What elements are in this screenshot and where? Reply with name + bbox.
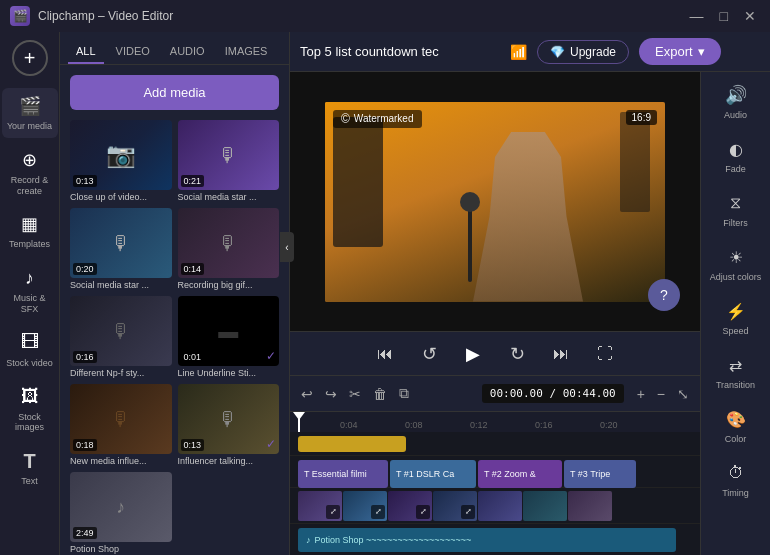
- timeline-ruler: 0:04 0:08 0:12 0:16 0:20: [290, 412, 700, 432]
- sidebar-item-stock-video[interactable]: 🎞 Stock video: [2, 325, 58, 375]
- sidebar-item-your-media[interactable]: 🎬 Your media: [2, 88, 58, 138]
- sidebar-item-music-sfx[interactable]: ♪ Music & SFX: [2, 260, 58, 321]
- media-check-8: ✓: [266, 437, 276, 451]
- expand-icon-1: ⤢: [326, 505, 340, 519]
- media-name-5: Different Np-f sty...: [70, 368, 172, 378]
- tool-color[interactable]: 🎨 Color: [704, 400, 768, 452]
- add-button[interactable]: +: [12, 40, 48, 76]
- media-name-7: New media influe...: [70, 456, 172, 466]
- sidebar-item-record-create[interactable]: ⊕ Record & create: [2, 142, 58, 203]
- titlebar: 🎬 Clipchamp – Video Editor — □ ✕: [0, 0, 770, 32]
- cut-button[interactable]: ✂: [346, 383, 364, 405]
- project-title-input[interactable]: [300, 44, 500, 59]
- sidebar-item-text[interactable]: T Text: [2, 443, 58, 493]
- tool-fade[interactable]: ◐ Fade: [704, 130, 768, 182]
- text-clip-1[interactable]: T Essential filmi: [298, 460, 388, 488]
- time-total: 00:44.00: [563, 387, 616, 400]
- media-item-7[interactable]: 🎙 0:18 New media influe...: [70, 384, 172, 466]
- tool-audio[interactable]: 🔊 Audio: [704, 76, 768, 128]
- video-thumb-strip-2[interactable]: ⤢: [343, 491, 387, 521]
- skip-button[interactable]: ⏭: [547, 340, 575, 368]
- audio-track-row: ♪ Potion Shop ~~~~~~~~~~~~~~~~~~~~: [290, 524, 700, 555]
- forward5-button[interactable]: ↻: [503, 340, 531, 368]
- tab-images[interactable]: IMAGES: [217, 40, 276, 64]
- music-sfx-icon: ♪: [18, 266, 42, 290]
- collapse-panel-button[interactable]: ‹: [290, 232, 294, 262]
- zoom-in-button[interactable]: +: [634, 383, 648, 405]
- media-name-8: Influencer talking...: [178, 456, 280, 466]
- back5-button[interactable]: ↺: [415, 340, 443, 368]
- media-panel: ALL VIDEO AUDIO IMAGES Add media 📷 0:13 …: [60, 32, 290, 555]
- video-thumb-strip-3[interactable]: ⤢: [388, 491, 432, 521]
- close-button[interactable]: ✕: [740, 8, 760, 24]
- titlebar-controls[interactable]: — □ ✕: [686, 8, 760, 24]
- media-thumb-5: 🎙 0:16: [70, 296, 172, 366]
- fit-button[interactable]: ⤡: [674, 383, 692, 405]
- media-item-2[interactable]: 🎙 0:21 Social media star ...: [178, 120, 280, 202]
- tab-audio[interactable]: AUDIO: [162, 40, 213, 64]
- sidebar-item-stock-images[interactable]: 🖼 Stock images: [2, 379, 58, 440]
- media-item-3[interactable]: 🎙 0:20 Social media star ...: [70, 208, 172, 290]
- copy-button[interactable]: ⧉: [396, 382, 412, 405]
- video-thumb-strip-4[interactable]: ⤢: [433, 491, 477, 521]
- audio-icon: 🔊: [725, 84, 747, 106]
- preview-area: © Watermarked 16:9 ?: [290, 72, 700, 331]
- export-button[interactable]: Export ▾: [639, 38, 721, 65]
- aspect-ratio-badge: 16:9: [626, 110, 657, 125]
- add-media-button[interactable]: Add media: [70, 75, 279, 110]
- text-clip-3[interactable]: T #2 Zoom &: [478, 460, 562, 488]
- media-item-4[interactable]: 🎙 0:14 Recording big gif...: [178, 208, 280, 290]
- video-thumb-strip-7[interactable]: [568, 491, 612, 521]
- sidebar-item-templates[interactable]: ▦ Templates: [2, 206, 58, 256]
- tool-transition[interactable]: ⇄ Transition: [704, 346, 768, 398]
- maximize-button[interactable]: □: [716, 8, 732, 24]
- expand-icon-3: ⤢: [416, 505, 430, 519]
- media-duration-8: 0:13: [181, 439, 205, 451]
- adjust-colors-tool-label: Adjust colors: [710, 272, 762, 282]
- titlebar-title: Clipchamp – Video Editor: [38, 9, 173, 23]
- play-button[interactable]: ▶: [459, 340, 487, 368]
- video-thumb-strip-5[interactable]: [478, 491, 522, 521]
- media-item-6[interactable]: ▬ 0:01 ✓ Line Underline Sti...: [178, 296, 280, 378]
- color-clip[interactable]: [298, 436, 406, 452]
- redo-button[interactable]: ↪: [322, 383, 340, 405]
- upgrade-button[interactable]: 💎 Upgrade: [537, 40, 629, 64]
- ruler-mark-4: 0:16: [535, 420, 553, 430]
- tool-filters[interactable]: ⧖ Filters: [704, 184, 768, 236]
- media-name-9: Potion Shop: [70, 544, 172, 554]
- minimize-button[interactable]: —: [686, 8, 708, 24]
- media-thumb-7: 🎙 0:18: [70, 384, 172, 454]
- tool-adjust-colors[interactable]: ☀ Adjust colors: [704, 238, 768, 290]
- media-item-9[interactable]: ♪ 2:49 Potion Shop: [70, 472, 172, 554]
- playback-controls: ⏮ ↺ ▶ ↻ ⏭ ⛶: [290, 331, 700, 375]
- zoom-out-button[interactable]: −: [654, 383, 668, 405]
- speed-icon: ⚡: [725, 300, 747, 322]
- text-clip-4[interactable]: T #3 Tripe: [564, 460, 636, 488]
- color-tool-label: Color: [725, 434, 747, 444]
- sidebar-label-stock-images: Stock images: [6, 412, 54, 434]
- tool-speed[interactable]: ⚡ Speed: [704, 292, 768, 344]
- media-name-4: Recording big gif...: [178, 280, 280, 290]
- text-clip-2[interactable]: T #1 DSLR Ca: [390, 460, 476, 488]
- timing-tool-label: Timing: [722, 488, 749, 498]
- tab-all[interactable]: ALL: [68, 40, 104, 64]
- media-item-5[interactable]: 🎙 0:16 Different Np-f sty...: [70, 296, 172, 378]
- tab-video[interactable]: VIDEO: [108, 40, 158, 64]
- playhead-ruler: [298, 412, 300, 432]
- video-thumb-strip-1[interactable]: ⤢: [298, 491, 342, 521]
- fullscreen-button[interactable]: ⛶: [591, 340, 619, 368]
- audio-clip[interactable]: ♪ Potion Shop ~~~~~~~~~~~~~~~~~~~~: [298, 528, 676, 552]
- undo-button[interactable]: ↩: [298, 383, 316, 405]
- tool-timing[interactable]: ⏱ Timing: [704, 454, 768, 506]
- sidebar-label-your-media: Your media: [7, 121, 52, 132]
- media-item-8[interactable]: 🎙 0:13 ✓ Influencer talking...: [178, 384, 280, 466]
- help-button[interactable]: ?: [648, 279, 680, 311]
- delete-button[interactable]: 🗑: [370, 383, 390, 405]
- media-check-6: ✓: [266, 349, 276, 363]
- media-item-1[interactable]: 📷 0:13 Close up of video...: [70, 120, 172, 202]
- media-duration-3: 0:20: [73, 263, 97, 275]
- rewind-button[interactable]: ⏮: [371, 340, 399, 368]
- timeline-toolbar: ↩ ↪ ✂ 🗑 ⧉ 00:00.00 / 00:44.00 + −: [290, 376, 700, 412]
- stock-images-icon: 🖼: [18, 385, 42, 409]
- video-thumb-strip-6[interactable]: [523, 491, 567, 521]
